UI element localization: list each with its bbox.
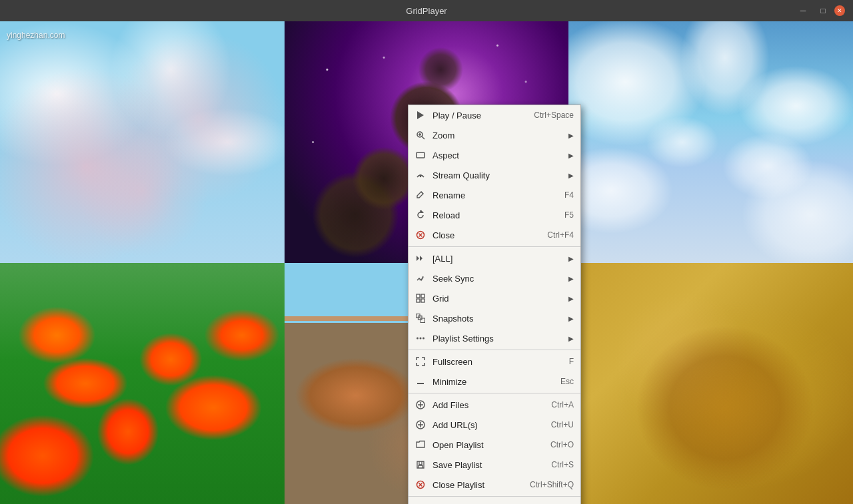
svg-rect-15 — [417, 299, 420, 302]
menu-divider-add-files — [409, 393, 580, 393]
close-playlist-icon — [414, 478, 427, 491]
cell-1-background: yinghezhan.com — [0, 21, 285, 263]
grid-icon — [414, 292, 427, 305]
aspect-icon — [414, 148, 427, 162]
rename-icon — [414, 188, 427, 202]
titlebar: GridPlayer ─ □ ✕ — [0, 0, 853, 21]
menu-item-settings[interactable]: SettingsF6 — [409, 498, 580, 504]
fullscreen-shortcut: F — [569, 357, 574, 366]
add-urls-label: Add URL(s) — [432, 420, 544, 430]
playlist-settings-arrow: ▶ — [568, 335, 574, 342]
svg-rect-14 — [421, 294, 425, 298]
rename-label: Rename — [432, 190, 558, 200]
close-icon — [414, 228, 427, 242]
menu-item-snapshots[interactable]: Snapshots▶ — [409, 308, 580, 328]
menu-item-seek-sync[interactable]: Seek Sync▶ — [409, 268, 580, 288]
seek-sync-icon — [414, 272, 427, 285]
svg-line-7 — [421, 192, 423, 194]
cell-3-background — [568, 21, 853, 263]
stream-quality-label: Stream Quality — [432, 170, 564, 180]
menu-divider-settings — [409, 496, 580, 497]
playlist-settings-label: Playlist Settings — [432, 334, 564, 344]
close-playlist-shortcut: Ctrl+Shift+Q — [530, 480, 574, 489]
svg-marker-12 — [420, 256, 423, 261]
aspect-arrow: ▶ — [568, 152, 574, 159]
zoom-label: Zoom — [432, 130, 564, 140]
menu-item-aspect[interactable]: Aspect▶ — [409, 145, 580, 165]
settings-icon — [414, 501, 427, 504]
menu-item-close-playlist[interactable]: Close PlaylistCtrl+Shift+Q — [409, 475, 580, 495]
close-shortcut: Ctrl+F4 — [547, 230, 574, 240]
minimize-button[interactable]: ─ — [794, 5, 812, 17]
video-cell-6[interactable] — [568, 263, 853, 505]
svg-point-6 — [420, 176, 421, 177]
save-playlist-shortcut: Ctrl+S — [551, 460, 574, 469]
minimize-label: Minimize — [432, 377, 554, 387]
video-cell-3[interactable] — [568, 21, 853, 263]
svg-rect-16 — [421, 299, 425, 302]
menu-divider-fullscreen — [409, 350, 580, 350]
save-playlist-label: Save Playlist — [432, 460, 544, 470]
add-files-shortcut: Ctrl+A — [551, 400, 574, 409]
watermark: yinghezhan.com — [7, 31, 65, 40]
menu-divider-all — [409, 246, 580, 247]
fullscreen-icon — [414, 355, 427, 368]
play-pause-shortcut: Ctrl+Space — [534, 111, 574, 120]
menu-item-all[interactable]: [ALL]▶ — [409, 248, 580, 268]
open-playlist-shortcut: Ctrl+O — [550, 440, 574, 449]
playlist-settings-icon — [414, 332, 427, 345]
menu-item-rename[interactable]: RenameF4 — [409, 185, 580, 205]
minimize-icon — [414, 375, 427, 388]
video-cell-4[interactable] — [0, 263, 285, 505]
menu-item-reload[interactable]: ReloadF5 — [409, 205, 580, 225]
svg-rect-19 — [421, 318, 425, 323]
menu-item-playlist-settings[interactable]: Playlist Settings▶ — [409, 328, 580, 348]
minimize-shortcut: Esc — [560, 377, 574, 386]
grid-arrow: ▶ — [568, 295, 574, 302]
menu-item-grid[interactable]: Grid▶ — [409, 288, 580, 308]
all-label: [ALL] — [432, 254, 564, 264]
cell-4-background — [0, 263, 285, 505]
svg-point-21 — [420, 338, 422, 340]
play-pause-icon — [414, 109, 427, 122]
context-menu: Play / PauseCtrl+SpaceZoom▶Aspect▶Stream… — [408, 105, 581, 504]
svg-rect-13 — [417, 294, 420, 298]
seek-sync-arrow: ▶ — [568, 275, 574, 282]
seek-sync-label: Seek Sync — [432, 274, 564, 284]
menu-item-save-playlist[interactable]: Save PlaylistCtrl+S — [409, 455, 580, 475]
reload-icon — [414, 208, 427, 222]
app-title: GridPlayer — [406, 6, 446, 16]
video-grid: yinghezhan.com Play / PauseCtrl+SpaceZoo… — [0, 21, 853, 504]
menu-item-play-pause[interactable]: Play / PauseCtrl+Space — [409, 105, 580, 125]
snapshots-icon — [414, 312, 427, 325]
menu-item-add-files[interactable]: Add FilesCtrl+A — [409, 395, 580, 415]
menu-item-fullscreen[interactable]: FullscreenF — [409, 352, 580, 372]
maximize-button[interactable]: □ — [814, 5, 832, 17]
close-button[interactable]: ✕ — [834, 5, 845, 16]
save-playlist-icon — [414, 458, 427, 471]
window-controls: ─ □ ✕ — [794, 5, 845, 17]
svg-line-2 — [422, 136, 425, 139]
menu-item-close[interactable]: CloseCtrl+F4 — [409, 225, 580, 245]
close-label: Close — [432, 230, 540, 240]
add-files-label: Add Files — [432, 400, 544, 410]
grid-label: Grid — [432, 294, 564, 304]
zoom-icon — [414, 128, 427, 142]
menu-item-stream-quality[interactable]: Stream Quality▶ — [409, 165, 580, 185]
menu-item-add-urls[interactable]: Add URL(s)Ctrl+U — [409, 415, 580, 435]
all-icon — [414, 252, 427, 265]
menu-item-minimize[interactable]: MinimizeEsc — [409, 372, 580, 391]
menu-item-zoom[interactable]: Zoom▶ — [409, 125, 580, 145]
snapshots-arrow: ▶ — [568, 315, 574, 322]
reload-label: Reload — [432, 210, 558, 220]
add-files-icon — [414, 398, 427, 411]
menu-item-open-playlist[interactable]: Open PlaylistCtrl+O — [409, 435, 580, 455]
svg-marker-11 — [417, 256, 419, 261]
add-urls-shortcut: Ctrl+U — [551, 420, 574, 429]
add-urls-icon — [414, 418, 427, 431]
fullscreen-label: Fullscreen — [432, 357, 562, 367]
play-pause-label: Play / Pause — [432, 111, 527, 121]
zoom-arrow: ▶ — [568, 132, 574, 139]
rename-shortcut: F4 — [564, 190, 574, 200]
video-cell-1[interactable]: yinghezhan.com — [0, 21, 285, 263]
